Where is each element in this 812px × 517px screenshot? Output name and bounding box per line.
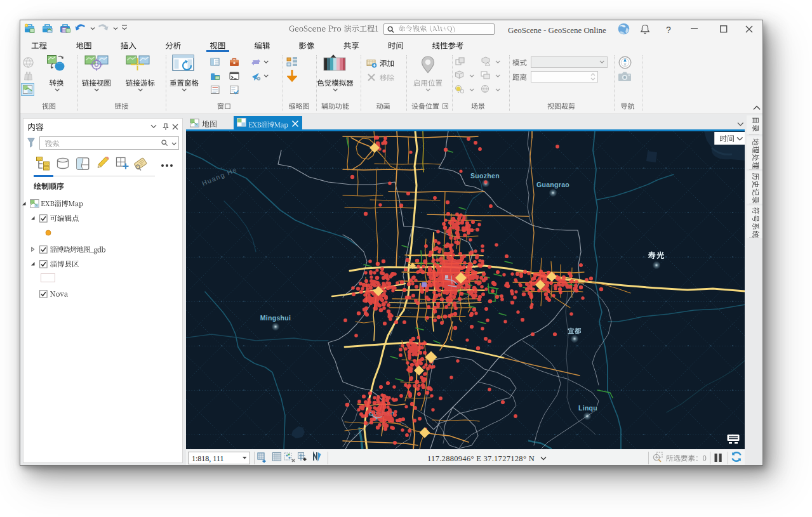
svg-text:Suozhen: Suozhen	[470, 172, 500, 180]
svg-text:Mingshui: Mingshui	[260, 314, 291, 322]
svg-text:Linqu: Linqu	[578, 404, 597, 412]
svg-text:Guangrao: Guangrao	[536, 181, 569, 188]
